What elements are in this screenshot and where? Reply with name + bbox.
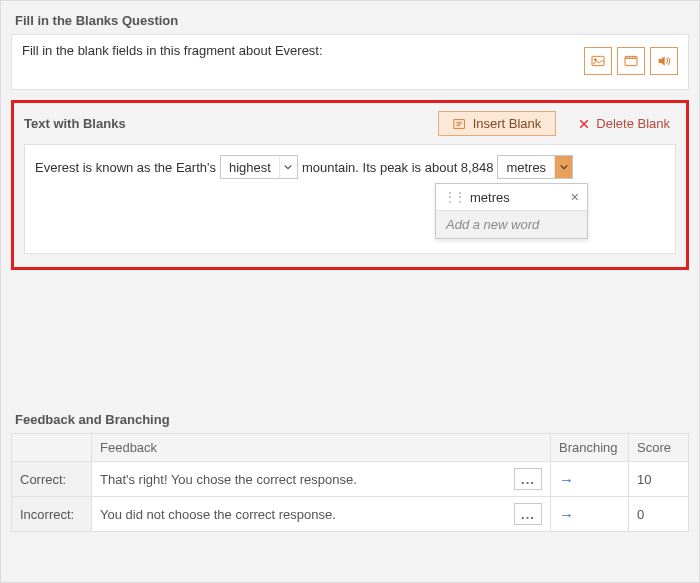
blank-select-2[interactable]: metres [497, 155, 573, 179]
table-row: Correct: That's right! You chose the cor… [12, 462, 689, 497]
blanks-header: Text with Blanks Insert Blank Delete Bla… [24, 111, 676, 136]
add-option-input[interactable]: Add a new word [436, 210, 587, 238]
audio-icon [656, 53, 672, 69]
remove-option-button[interactable]: × [571, 189, 579, 205]
blank-select-1[interactable]: highest [220, 155, 298, 179]
blank-select-2-value: metres [498, 160, 554, 175]
blank-select-1-value: highest [221, 160, 279, 175]
app-root: Fill in the Blanks Question Fill in the … [0, 0, 700, 583]
dropdown-option[interactable]: ⋮⋮ metres × [436, 184, 587, 210]
media-buttons [584, 47, 678, 75]
arrow-right-icon[interactable]: → [559, 506, 574, 523]
row-label-correct: Correct: [12, 462, 92, 497]
sentence: Everest is known as the Earth's highest … [35, 155, 665, 179]
close-icon [578, 118, 590, 130]
insert-video-button[interactable] [617, 47, 645, 75]
table-header-branching: Branching [551, 434, 629, 462]
blanks-section-title: Text with Blanks [24, 116, 126, 131]
feedback-text-incorrect: You did not choose the correct response. [100, 507, 336, 522]
question-section-title: Fill in the Blanks Question [15, 13, 689, 28]
video-icon [623, 53, 639, 69]
insert-image-button[interactable] [584, 47, 612, 75]
table-row: Incorrect: You did not choose the correc… [12, 497, 689, 532]
table-header-feedback: Feedback [92, 434, 551, 462]
feedback-table: Feedback Branching Score Correct: That's… [11, 433, 689, 532]
score-cell-correct[interactable]: 10 [629, 462, 689, 497]
insert-blank-button[interactable]: Insert Blank [438, 111, 557, 136]
feedback-text-correct: That's right! You chose the correct resp… [100, 472, 357, 487]
blanks-editor[interactable]: Everest is known as the Earth's highest … [24, 144, 676, 254]
question-panel: Fill in the blank fields in this fragmen… [11, 34, 689, 90]
blank-options-dropdown: ⋮⋮ metres × Add a new word [435, 183, 588, 239]
drag-handle-icon[interactable]: ⋮⋮ [444, 190, 464, 204]
arrow-right-icon[interactable]: → [559, 471, 574, 488]
more-button[interactable]: ... [514, 503, 542, 525]
feedback-cell-correct[interactable]: That's right! You chose the correct resp… [92, 462, 551, 497]
delete-blank-button[interactable]: Delete Blank [572, 115, 676, 132]
text-with-blanks-section: Text with Blanks Insert Blank Delete Bla… [11, 100, 689, 270]
feedback-section-title: Feedback and Branching [15, 412, 689, 427]
sentence-text-1: Everest is known as the Earth's [35, 160, 216, 175]
more-button[interactable]: ... [514, 468, 542, 490]
question-prompt-text[interactable]: Fill in the blank fields in this fragmen… [22, 43, 323, 58]
feedback-cell-incorrect[interactable]: You did not choose the correct response.… [92, 497, 551, 532]
svg-point-1 [594, 59, 596, 61]
table-header-score: Score [629, 434, 689, 462]
branching-cell-incorrect[interactable]: → [551, 497, 629, 532]
delete-blank-label: Delete Blank [596, 116, 670, 131]
image-icon [590, 53, 606, 69]
table-header-empty [12, 434, 92, 462]
chevron-down-icon[interactable] [279, 156, 297, 178]
chevron-down-icon[interactable] [554, 156, 572, 178]
insert-blank-icon [453, 117, 467, 131]
insert-audio-button[interactable] [650, 47, 678, 75]
sentence-text-2: mountain. Its peak is about 8,848 [302, 160, 494, 175]
dropdown-option-label: metres [470, 190, 510, 205]
score-cell-incorrect[interactable]: 0 [629, 497, 689, 532]
spacer [11, 270, 689, 412]
insert-blank-label: Insert Blank [473, 116, 542, 131]
branching-cell-correct[interactable]: → [551, 462, 629, 497]
row-label-incorrect: Incorrect: [12, 497, 92, 532]
